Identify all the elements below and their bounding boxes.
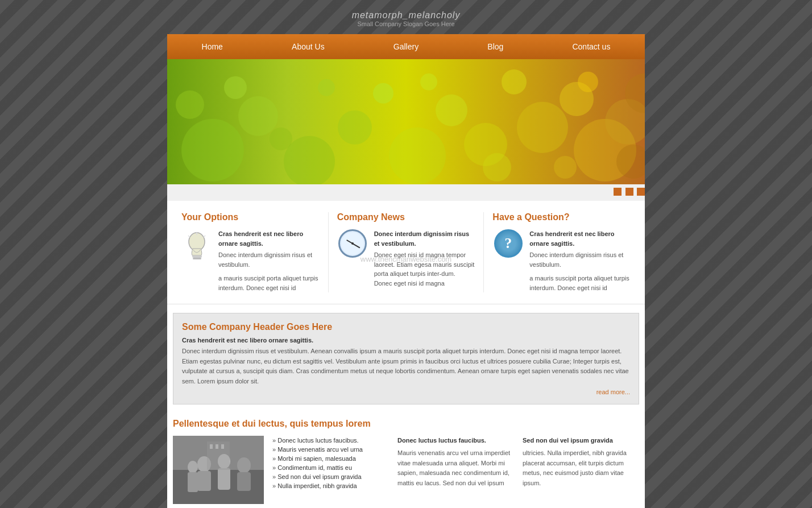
- svg-point-20: [420, 73, 437, 90]
- slider-dot-2[interactable]: [625, 188, 633, 196]
- article-title: Pellentesque et dui lectus, quis tempus …: [173, 419, 639, 429]
- site-slogan: Small Company Slogan Goes Here: [167, 20, 645, 27]
- site-title: metamorph_melancholy: [167, 10, 645, 20]
- svg-point-0: [181, 119, 244, 181]
- company-section-title: Some Company Header Goes Here: [182, 322, 630, 332]
- svg-point-13: [578, 72, 598, 92]
- article-body: Donec luctus luctus faucibus. Mauris ven…: [173, 436, 639, 504]
- clock-center-dot: [351, 242, 354, 245]
- svg-line-27: [188, 236, 190, 237]
- svg-point-18: [270, 127, 292, 150]
- options-text: Cras hendrerit est nec libero ornare sag…: [218, 229, 320, 292]
- svg-point-9: [502, 69, 527, 94]
- clock-icon: [338, 229, 367, 258]
- article-text-col3: Sed non dui vel ipsum gravida ultricies.…: [523, 436, 639, 504]
- svg-point-37: [188, 461, 198, 473]
- question-icon: ?: [494, 229, 523, 258]
- three-columns: Your Options: [167, 201, 645, 304]
- list-item: Sed non dui vel ipsum gravida: [272, 472, 389, 481]
- article-list: Donec luctus luctus faucibus. Mauris ven…: [272, 436, 389, 490]
- svg-point-35: [237, 457, 251, 473]
- clock-icon-wrapper: [337, 229, 368, 269]
- article-text-col2: Donec luctus luctus faucibus. Mauris ven…: [397, 436, 514, 504]
- list-item: Donec luctus luctus faucibus.: [272, 436, 389, 445]
- question-text: Cras hendrerit est nec libero ornare sag…: [529, 229, 631, 292]
- svg-point-5: [373, 83, 393, 104]
- hero-background: [167, 59, 645, 184]
- question-content: ? Cras hendrerit est nec libero ornare s…: [492, 229, 631, 292]
- slider-controls: [167, 184, 645, 201]
- bulb-icon: [184, 229, 210, 266]
- article-list-column: Donec luctus luctus faucibus. Mauris ven…: [272, 436, 389, 504]
- list-item: Mauris venenatis arcu vel urna: [272, 445, 389, 454]
- svg-point-21: [483, 153, 511, 181]
- column-news: Company News www.thencmanwebsite.com Don…: [329, 212, 484, 292]
- news-content: www.thencmanwebsite.com Donec interdum d…: [337, 229, 475, 288]
- site-header: metamorph_melancholy Small Company Sloga…: [167, 0, 645, 34]
- main-nav: Home About Us Gallery Blog Contact us: [167, 34, 645, 59]
- svg-rect-41: [216, 444, 218, 449]
- read-more-link[interactable]: read more...: [182, 389, 630, 395]
- company-section: Some Company Header Goes Here Cras hendr…: [173, 313, 639, 404]
- options-icon: [181, 229, 213, 269]
- svg-point-6: [389, 127, 446, 184]
- nav-home[interactable]: Home: [190, 34, 234, 59]
- people-image: [173, 436, 264, 504]
- svg-point-1: [238, 96, 278, 136]
- company-section-text: Donec interdum dignissim risus et vestib…: [182, 346, 630, 386]
- svg-point-3: [224, 76, 247, 99]
- news-title: Company News: [337, 212, 475, 222]
- nav-gallery[interactable]: Gallery: [382, 34, 430, 59]
- svg-rect-36: [237, 472, 251, 491]
- article-image: [173, 436, 264, 504]
- question-title: Have a Question?: [492, 212, 631, 222]
- list-item: Morbi mi sapien, malesuada: [272, 454, 389, 463]
- bokeh-effect: [167, 59, 645, 184]
- company-section-bold: Cras hendrerit est nec libero ornare sag…: [182, 337, 630, 344]
- column-options: Your Options: [173, 212, 329, 292]
- second-article: Pellentesque et dui lectus, quis tempus …: [167, 413, 645, 508]
- svg-line-28: [204, 236, 205, 237]
- options-title: Your Options: [181, 212, 320, 222]
- svg-point-17: [176, 90, 204, 119]
- hero-banner: [167, 59, 645, 184]
- question-icon-wrapper: ?: [492, 229, 524, 269]
- column-question: Have a Question? ? Cras hendrerit est ne…: [484, 212, 639, 292]
- svg-rect-25: [193, 258, 201, 259]
- slider-dot-3[interactable]: [637, 188, 645, 196]
- svg-point-7: [436, 94, 467, 126]
- list-item: Condimentum id, mattis eu: [272, 463, 389, 472]
- svg-rect-34: [218, 468, 230, 490]
- svg-rect-24: [192, 255, 202, 258]
- main-content: Your Options: [167, 184, 645, 508]
- svg-rect-40: [210, 444, 213, 449]
- svg-point-2: [284, 136, 335, 184]
- svg-point-10: [517, 102, 568, 153]
- svg-rect-38: [188, 472, 198, 492]
- svg-point-4: [338, 110, 372, 144]
- list-item: Nulla imperdiet, nibh gravida: [272, 481, 389, 490]
- svg-point-23: [189, 233, 205, 251]
- slider-dot-1[interactable]: [614, 188, 622, 196]
- nav-about[interactable]: About Us: [280, 34, 336, 59]
- svg-rect-42: [221, 444, 224, 449]
- news-text: Donec interdum dignissim risus et vestib…: [374, 229, 475, 288]
- svg-rect-32: [197, 471, 211, 491]
- nav-blog[interactable]: Blog: [476, 34, 515, 59]
- options-content: Cras hendrerit est nec libero ornare sag…: [181, 229, 320, 292]
- svg-point-19: [318, 79, 335, 96]
- svg-point-22: [554, 156, 577, 179]
- nav-contact[interactable]: Contact us: [561, 34, 622, 59]
